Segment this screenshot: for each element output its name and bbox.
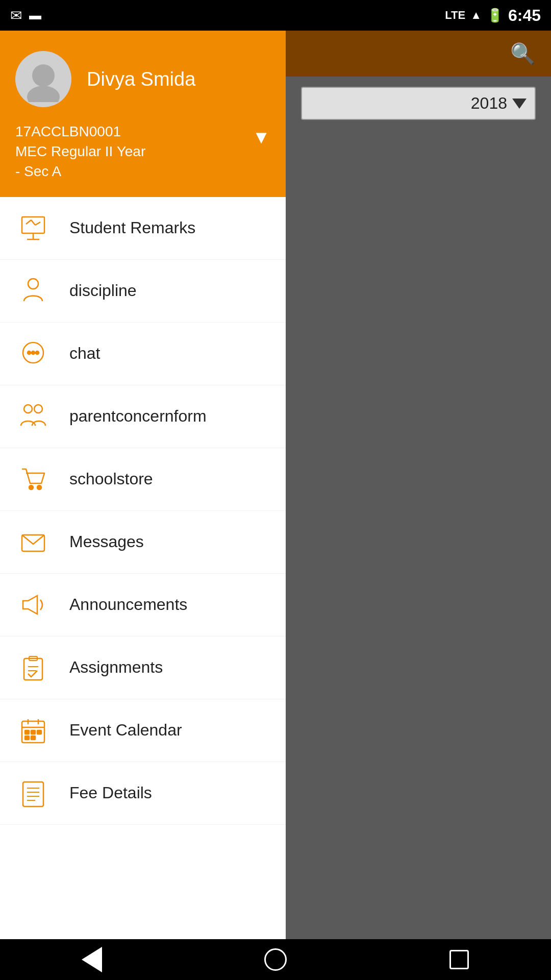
year-selector[interactable]: 2018 — [301, 87, 536, 120]
bottom-navigation — [0, 939, 551, 980]
home-icon — [264, 948, 287, 971]
status-time: 6:45 — [508, 6, 541, 25]
back-icon — [82, 947, 102, 972]
year-label: 2018 — [471, 94, 507, 113]
sidebar-item-parentconcernform[interactable]: parentconcernform — [0, 385, 286, 448]
gmail-icon: ✉ — [10, 7, 22, 24]
sidebar-item-fee-details[interactable]: Fee Details — [0, 762, 286, 825]
sidebar-item-assignments[interactable]: Assignments — [0, 636, 286, 699]
svg-rect-27 — [31, 730, 35, 734]
navigation-drawer: Divya Smida 17ACCLBN0001 MEC Regular II … — [0, 31, 286, 939]
user-section: - Sec A — [15, 161, 145, 181]
svg-point-11 — [32, 351, 35, 354]
sidebar-item-discipline[interactable]: discipline — [0, 260, 286, 323]
sidebar-item-label: Student Remarks — [69, 218, 195, 237]
presentation-icon — [15, 210, 51, 246]
battery-icon: 🔋 — [487, 8, 503, 23]
svg-point-8 — [28, 279, 38, 289]
svg-rect-28 — [37, 730, 41, 734]
sidebar-item-chat[interactable]: chat — [0, 323, 286, 385]
sidebar-item-label: chat — [69, 344, 100, 363]
right-panel: 🔍 2018 — [286, 31, 551, 939]
home-button[interactable] — [263, 947, 288, 972]
student-id: 17ACCLBN0001 — [15, 121, 145, 141]
right-panel-header: 🔍 — [286, 31, 551, 77]
recents-button[interactable] — [446, 947, 472, 972]
user-info-row: 17ACCLBN0001 MEC Regular II Year - Sec A… — [15, 121, 270, 182]
signal-icon: ▲ — [470, 9, 482, 22]
sidebar-item-event-calendar[interactable]: Event Calendar — [0, 699, 286, 762]
lte-indicator: LTE — [445, 9, 465, 22]
svg-point-16 — [37, 485, 41, 489]
svg-line-7 — [35, 222, 40, 225]
svg-rect-18 — [24, 658, 42, 680]
sidebar-item-label: Announcements — [69, 595, 187, 614]
sidebar-item-messages[interactable]: Messages — [0, 511, 286, 574]
svg-point-12 — [36, 351, 39, 354]
svg-point-14 — [34, 405, 42, 413]
svg-point-0 — [32, 64, 55, 87]
sidebar-item-student-remarks[interactable]: Student Remarks — [0, 197, 286, 260]
sidebar-item-label: schoolstore — [69, 470, 153, 488]
megaphone-icon — [15, 587, 51, 623]
drawer-menu: Student Remarks discipline — [0, 197, 286, 939]
svg-rect-30 — [31, 736, 35, 740]
user-class: MEC Regular II Year — [15, 141, 145, 161]
status-bar-right: LTE ▲ 🔋 6:45 — [445, 6, 541, 25]
envelope-icon — [15, 524, 51, 560]
avatar — [15, 51, 71, 107]
profile-row: Divya Smida — [15, 51, 270, 107]
svg-point-10 — [28, 351, 31, 354]
clipboard-icon — [15, 650, 51, 685]
sidebar-item-label: parentconcernform — [69, 407, 207, 426]
svg-line-5 — [26, 220, 31, 224]
svg-point-1 — [27, 86, 60, 102]
sidebar-item-label: Event Calendar — [69, 721, 182, 740]
sidebar-item-label: Assignments — [69, 658, 163, 677]
svg-point-15 — [29, 485, 33, 489]
cart-icon — [15, 461, 51, 497]
search-icon[interactable]: 🔍 — [510, 42, 536, 66]
sidebar-item-label: Messages — [69, 532, 144, 551]
parents-icon — [15, 399, 51, 434]
user-name: Divya Smida — [87, 68, 195, 90]
person-icon — [15, 273, 51, 309]
svg-rect-2 — [22, 217, 44, 233]
list-icon — [15, 775, 51, 811]
status-bar: ✉ ▬ LTE ▲ 🔋 6:45 — [0, 0, 551, 31]
user-dropdown-icon[interactable]: ▼ — [252, 127, 270, 148]
svg-rect-29 — [25, 736, 29, 740]
year-dropdown-arrow — [512, 99, 527, 109]
sim-icon: ▬ — [29, 8, 41, 22]
svg-line-6 — [31, 220, 35, 225]
user-details: 17ACCLBN0001 MEC Regular II Year - Sec A — [15, 121, 145, 182]
svg-rect-31 — [23, 782, 43, 806]
recents-icon — [449, 950, 469, 969]
sidebar-item-label: Fee Details — [69, 783, 152, 802]
drawer-header: Divya Smida 17ACCLBN0001 MEC Regular II … — [0, 31, 286, 197]
status-bar-left: ✉ ▬ — [10, 7, 41, 24]
svg-point-13 — [24, 405, 32, 413]
sidebar-item-schoolstore[interactable]: schoolstore — [0, 448, 286, 511]
chat-icon — [15, 336, 51, 372]
sidebar-item-label: discipline — [69, 281, 137, 300]
back-button[interactable] — [79, 947, 105, 972]
sidebar-item-announcements[interactable]: Announcements — [0, 574, 286, 636]
svg-rect-26 — [25, 730, 29, 734]
calendar-icon — [15, 713, 51, 748]
